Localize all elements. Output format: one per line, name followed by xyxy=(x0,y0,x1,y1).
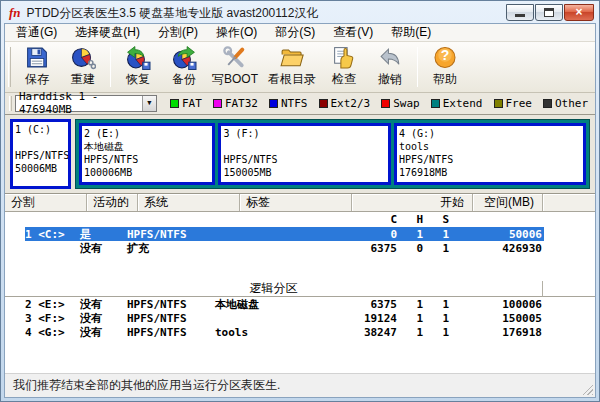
toolbar-button-label: 帮助 xyxy=(433,71,457,88)
legend-item-other: Other xyxy=(543,97,588,110)
col-active-header: 活动的 xyxy=(87,194,138,211)
title-bar: fn PTDD分区表医生3.5 硬盘基地专业版 avast200112汉化 × xyxy=(4,1,596,23)
legend-swatch xyxy=(431,99,440,108)
undo-button[interactable]: 撤销 xyxy=(367,43,413,91)
logical-section: 逻辑分区 xyxy=(5,281,595,297)
toolbar-button-label: 重建 xyxy=(71,71,95,88)
toolbar-button-label: 看根目录 xyxy=(268,71,316,88)
table-spacer xyxy=(5,255,595,281)
pointing-hand-icon xyxy=(331,45,357,70)
toolbar-separator xyxy=(110,47,111,87)
disk-selector-row: Harddisk 1 - 476940MB ▼ FAT FAT32 NTFS E… xyxy=(5,93,595,114)
col-system-header: 系统 xyxy=(138,194,240,211)
partition-block-c[interactable]: 1 (C:) HPFS/NTFS 50006MB xyxy=(10,119,71,189)
write-boot-button[interactable]: 写BOOT xyxy=(207,43,263,91)
legend-swatch xyxy=(494,99,503,108)
chs-h-label: H xyxy=(397,213,423,226)
col-space-header: 空间(MB) xyxy=(473,194,543,211)
backup-button[interactable]: 备份 xyxy=(161,43,207,91)
col-filler-header xyxy=(543,194,595,211)
dropdown-arrow-icon[interactable]: ▼ xyxy=(142,96,156,111)
maximize-button[interactable] xyxy=(535,4,563,21)
floppy-disk-icon xyxy=(24,45,50,70)
disk-map: 1 (C:) HPFS/NTFS 50006MB 2 (E:) 本地磁盘 HPF… xyxy=(5,114,595,193)
app-window: fn PTDD分区表医生3.5 硬盘基地专业版 avast200112汉化 × … xyxy=(0,0,600,402)
disk-selector[interactable]: Harddisk 1 - 476940MB ▼ xyxy=(15,95,157,112)
toolbar-button-label: 备份 xyxy=(172,71,196,88)
legend-item-extend: Extend xyxy=(431,97,483,110)
partition-block-f[interactable]: 3 (F:) HPFS/NTFS 150005MB xyxy=(218,123,391,185)
status-bar: 我们推荐结束全部的其他的应用当运行分区表医生. xyxy=(5,373,595,397)
legend-swatch xyxy=(269,99,278,108)
help-button[interactable]: ? 帮助 xyxy=(422,43,468,91)
close-button[interactable]: × xyxy=(564,4,594,21)
table-row-c[interactable]: 1 <C:> 是 HPFS/NTFS 0 1 1 50006 xyxy=(5,227,595,241)
menu-help[interactable]: 帮助(E) xyxy=(382,23,440,42)
legend-item-swap: Swap xyxy=(381,97,420,110)
partition-table: 分割 活动的 系统 标签 开始 空间(MB) C H S 1 <C:> 是 HP… xyxy=(5,193,595,373)
check-button[interactable]: 检查 xyxy=(321,43,367,91)
window-controls: × xyxy=(505,4,594,21)
table-row-f[interactable]: 3 <F:> 没有 HPFS/NTFS 19124 1 1 150005 xyxy=(5,311,595,325)
menu-view[interactable]: 查看(V) xyxy=(324,23,382,42)
folder-icon xyxy=(279,45,305,70)
app-logo-icon: fn xyxy=(9,7,21,19)
status-text: 我们推荐结束全部的其他的应用当运行分区表医生. xyxy=(13,377,280,394)
menu-bar: 普通(G) 选择硬盘(H) 分割(P) 操作(O) 部分(S) 查看(V) 帮助… xyxy=(5,24,595,42)
menu-operation[interactable]: 操作(O) xyxy=(207,23,266,42)
extended-partition-container: 2 (E:) 本地磁盘 HPFS/NTFS 100006MB 3 (F:) HP… xyxy=(75,119,590,189)
table-row-g[interactable]: 4 <G:> 没有 HPFS/NTFS tools 38247 1 1 1769… xyxy=(5,325,595,339)
minimize-button[interactable] xyxy=(506,4,534,21)
chs-subheader: C H S xyxy=(5,212,595,227)
partition-block-g[interactable]: 4 (G:) tools HPFS/NTFS 176918MB xyxy=(394,123,586,185)
legend-item-free: Free xyxy=(494,97,533,110)
minimize-icon xyxy=(515,14,525,17)
menu-partition[interactable]: 分割(P) xyxy=(149,23,207,42)
toolbar-button-label: 撤销 xyxy=(378,71,402,88)
pie-restore-arrow-icon xyxy=(125,45,151,70)
menu-select-disk[interactable]: 选择硬盘(H) xyxy=(66,23,149,42)
resize-grip[interactable] xyxy=(580,382,593,395)
toolbar-grip xyxy=(8,47,11,87)
menu-part[interactable]: 部分(S) xyxy=(266,23,324,42)
undo-arrow-icon xyxy=(377,45,403,70)
chs-s-label: S xyxy=(423,213,449,226)
col-partition-header: 分割 xyxy=(5,194,87,211)
disk-selector-value: Harddisk 1 - 476940MB xyxy=(19,90,142,116)
table-empty-area xyxy=(5,339,595,373)
pie-backup-arrow-icon xyxy=(171,45,197,70)
toolbar-button-label: 恢复 xyxy=(126,71,150,88)
window-title: PTDD分区表医生3.5 硬盘基地专业版 avast200112汉化 xyxy=(27,5,319,22)
question-mark-icon: ? xyxy=(432,45,458,70)
table-header: 分割 活动的 系统 标签 开始 空间(MB) xyxy=(5,194,595,212)
legend-item-ntfs: NTFS xyxy=(269,97,308,110)
row-grip xyxy=(9,96,12,111)
menu-general[interactable]: 普通(G) xyxy=(7,23,66,42)
legend-swatch xyxy=(213,99,222,108)
toolbar-button-label: 写BOOT xyxy=(212,71,258,88)
toolbar-separator xyxy=(417,47,418,87)
table-row-extended[interactable]: 没有 扩充 6375 0 1 426930 xyxy=(5,241,595,255)
close-icon: × xyxy=(575,5,582,19)
table-row-e[interactable]: 2 <E:> 没有 HPFS/NTFS 本地磁盘 6375 1 1 100006 xyxy=(5,297,595,311)
legend-item-fat: FAT xyxy=(170,97,202,110)
wrench-screwdriver-icon xyxy=(222,45,248,70)
legend-swatch xyxy=(170,99,179,108)
toolbar-button-label: 保存 xyxy=(25,71,49,88)
rebuild-button[interactable]: 重建 xyxy=(60,43,106,91)
pie-chart-icon xyxy=(70,45,96,70)
toolbar: 保存 重建 xyxy=(5,42,595,93)
legend-item-ext23: Ext2/3 xyxy=(319,97,371,110)
client-area: 普通(G) 选择硬盘(H) 分割(P) 操作(O) 部分(S) 查看(V) 帮助… xyxy=(4,23,596,398)
view-root-button[interactable]: 看根目录 xyxy=(263,43,321,91)
partition-block-e[interactable]: 2 (E:) 本地磁盘 HPFS/NTFS 100006MB xyxy=(79,123,215,185)
toolbar-button-label: 检查 xyxy=(332,71,356,88)
legend-swatch xyxy=(381,99,390,108)
maximize-icon xyxy=(544,8,554,17)
logical-section-label: 逻辑分区 xyxy=(5,281,543,297)
legend-swatch xyxy=(543,99,552,108)
chs-c-label: C xyxy=(352,213,397,226)
legend-item-fat32: FAT32 xyxy=(213,97,258,110)
restore-button[interactable]: 恢复 xyxy=(115,43,161,91)
save-button[interactable]: 保存 xyxy=(14,43,60,91)
